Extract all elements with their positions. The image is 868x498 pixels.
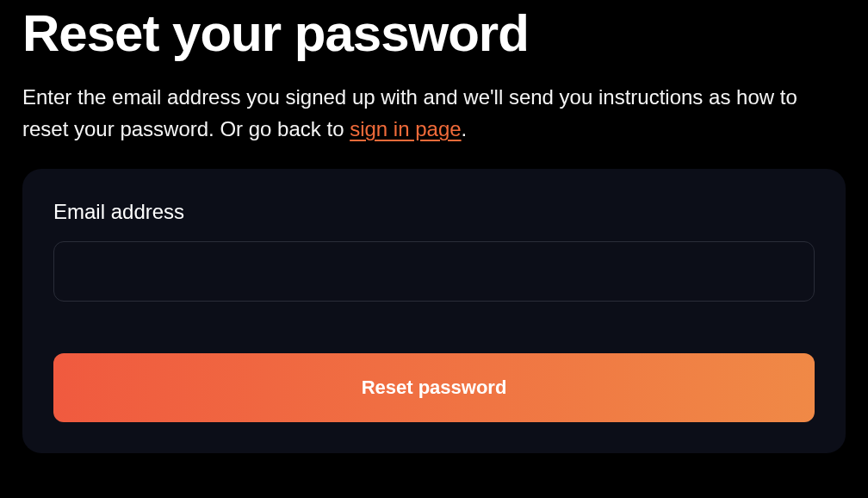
reset-card: Email address Reset password — [22, 169, 846, 453]
signin-link[interactable]: sign in page — [350, 117, 461, 140]
email-label: Email address — [53, 200, 815, 224]
reset-password-button[interactable]: Reset password — [53, 353, 815, 422]
email-field[interactable] — [53, 241, 815, 302]
description-text-after: . — [462, 117, 468, 140]
page-description: Enter the email address you signed up wi… — [22, 81, 846, 145]
page-title: Reset your password — [22, 5, 846, 62]
